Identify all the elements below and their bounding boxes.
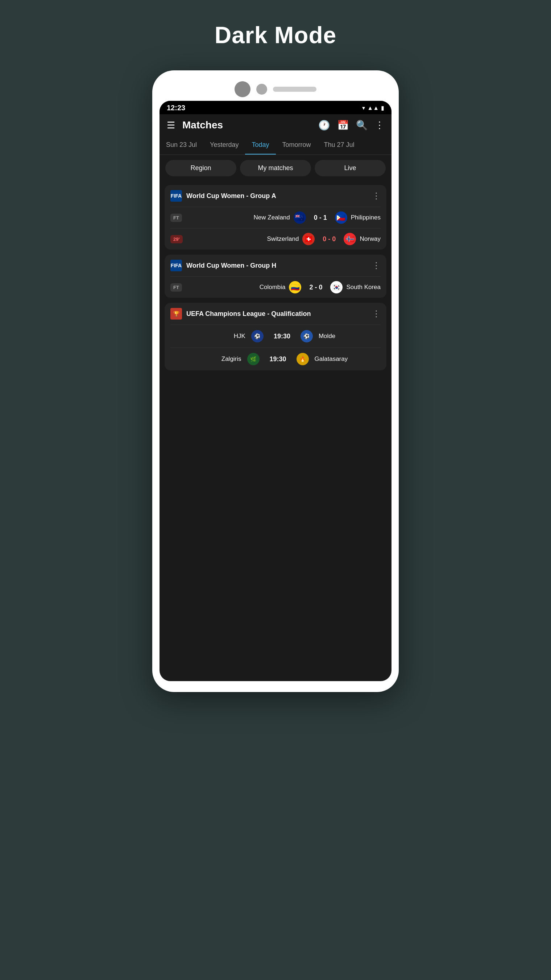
group-h-more-icon[interactable]: ⋮ — [372, 261, 381, 270]
score-co-kr: 2 - 0 — [305, 284, 327, 291]
app-title: Matches — [183, 119, 311, 131]
match-nz-ph[interactable]: FT New Zealand 🇳🇿 0 - 1 🇵🇭 Philippines — [165, 207, 386, 228]
league-name-h: World Cup Women - Group H — [186, 262, 368, 269]
status-time: 12:23 — [167, 104, 185, 112]
app-bar-actions: 🕐 📅 🔍 ⋮ — [318, 120, 384, 131]
team-new-zealand: New Zealand — [254, 214, 290, 221]
fifa-logo-h: FIFA — [170, 260, 182, 271]
logo-molde: ⚽ — [300, 330, 313, 342]
tab-yesterday[interactable]: Yesterday — [203, 136, 245, 154]
signal-icon: ▲▲ — [367, 105, 379, 111]
battery-icon: ▮ — [381, 105, 384, 111]
match-group-header-h: FIFA World Cup Women - Group H ⋮ — [165, 255, 386, 276]
flag-new-zealand: 🇳🇿 — [294, 212, 306, 224]
group-a-more-icon[interactable]: ⋮ — [372, 191, 381, 201]
ucl-logo: 🏆 — [170, 308, 182, 320]
team-galatasaray: Galatasaray — [314, 355, 348, 363]
filter-bar: Region My matches Live — [159, 155, 392, 181]
match-hjk-molde[interactable]: HJK ⚽ 19:30 ⚽ Molde — [165, 325, 386, 347]
match-ch-no[interactable]: 29' Switzerland 🇨🇭 0 - 0 🇳🇴 Norway — [165, 229, 386, 250]
match-group-ucl: 🏆 UEFA Champions League - Qualification … — [165, 303, 386, 370]
phone-sensor — [256, 84, 267, 95]
tab-today[interactable]: Today — [245, 136, 275, 155]
match-co-kr[interactable]: FT Colombia 🇨🇴 2 - 0 🇰🇷 South Korea — [165, 277, 386, 298]
more-icon[interactable]: ⋮ — [375, 120, 384, 131]
match-zalgiris-galatasaray[interactable]: Zalgiris 🌿 19:30 🔥 Galatasaray — [165, 348, 386, 370]
filter-mymatches-button[interactable]: My matches — [240, 160, 311, 176]
team-hjk: HJK — [234, 332, 245, 340]
search-icon[interactable]: 🔍 — [356, 120, 368, 131]
page-heading: Dark Mode — [214, 22, 337, 49]
phone-top-bar — [159, 81, 392, 97]
league-name-a: World Cup Women - Group A — [186, 192, 368, 200]
status-bar: 12:23 ▾ ▲▲ ▮ — [159, 101, 392, 114]
flag-south-korea: 🇰🇷 — [330, 281, 343, 293]
team-molde: Molde — [319, 332, 335, 340]
flag-switzerland: 🇨🇭 — [302, 233, 314, 245]
calendar-icon[interactable]: 📅 — [337, 120, 349, 131]
match-group-world-cup-a: FIFA World Cup Women - Group A ⋮ FT New … — [165, 185, 386, 250]
match-group-header-a: FIFA World Cup Women - Group A ⋮ — [165, 185, 386, 207]
team-philippines: Philippines — [351, 214, 381, 221]
team-switzerland: Switzerland — [267, 235, 299, 243]
phone-frame: 12:23 ▾ ▲▲ ▮ ☰ Matches 🕐 📅 🔍 ⋮ Sun 23 Ju… — [152, 70, 399, 692]
matches-container: FIFA World Cup Women - Group A ⋮ FT New … — [159, 181, 392, 374]
wifi-icon: ▾ — [362, 105, 365, 111]
filter-live-button[interactable]: Live — [314, 160, 386, 176]
status-ft-1: FT — [170, 214, 182, 222]
group-ucl-more-icon[interactable]: ⋮ — [372, 309, 381, 319]
tab-sun23jul[interactable]: Sun 23 Jul — [159, 136, 203, 154]
status-ft-2: FT — [170, 283, 182, 292]
logo-zalgiris: 🌿 — [247, 353, 260, 365]
date-tabs: Sun 23 Jul Yesterday Today Tomorrow Thu … — [159, 136, 392, 155]
fifa-logo: FIFA — [170, 190, 182, 202]
team-norway: Norway — [360, 235, 381, 243]
score-nz-ph: 0 - 1 — [310, 214, 331, 222]
team-colombia: Colombia — [260, 284, 286, 291]
team-zalgiris: Zalgiris — [221, 355, 241, 363]
time-zalgiris-galatasaray: 19:30 — [265, 355, 291, 363]
match-group-world-cup-h: FIFA World Cup Women - Group H ⋮ FT Colo… — [165, 255, 386, 298]
match-group-header-ucl: 🏆 UEFA Champions League - Qualification … — [165, 303, 386, 325]
tab-tomorrow[interactable]: Tomorrow — [276, 136, 318, 154]
phone-screen: 12:23 ▾ ▲▲ ▮ ☰ Matches 🕐 📅 🔍 ⋮ Sun 23 Ju… — [159, 101, 392, 681]
team-south-korea: South Korea — [346, 284, 381, 291]
logo-galatasaray: 🔥 — [297, 353, 309, 365]
filter-region-button[interactable]: Region — [165, 160, 237, 176]
league-name-ucl: UEFA Champions League - Qualification — [186, 310, 368, 318]
logo-hjk: ⚽ — [251, 330, 264, 342]
flag-colombia: 🇨🇴 — [289, 281, 301, 293]
tab-thu27jul[interactable]: Thu 27 Jul — [318, 136, 361, 154]
status-live-29: 29' — [170, 235, 183, 243]
clock-icon[interactable]: 🕐 — [318, 120, 330, 131]
phone-speaker — [273, 87, 316, 92]
status-icons: ▾ ▲▲ ▮ — [362, 105, 384, 111]
menu-icon[interactable]: ☰ — [167, 121, 175, 130]
score-ch-no: 0 - 0 — [318, 235, 340, 243]
app-bar: ☰ Matches 🕐 📅 🔍 ⋮ — [159, 114, 392, 136]
phone-camera — [235, 81, 251, 97]
flag-norway: 🇳🇴 — [344, 233, 356, 245]
time-hjk-molde: 19:30 — [269, 332, 295, 340]
flag-philippines: 🇵🇭 — [335, 212, 347, 224]
